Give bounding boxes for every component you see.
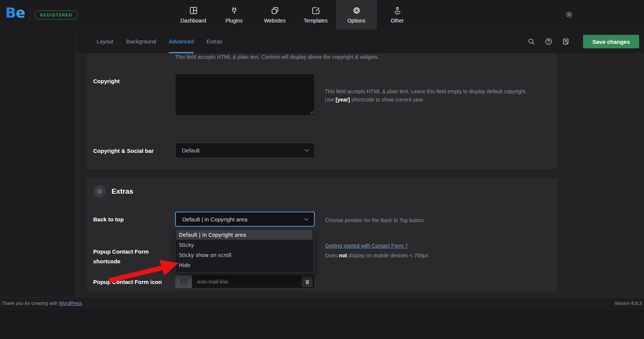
dropdown-option-hide[interactable]: Hide [176,260,312,270]
footer-thanks: Thank you for creating with WordPress. [1,301,83,306]
dropdown-option-sticky-scroll[interactable]: Sticky show on scroll [176,250,312,260]
dropdown-option-sticky[interactable]: Sticky [176,240,312,250]
dropdown-option-default[interactable]: Default | in Copyright area [176,230,312,240]
nav-item-plugins[interactable]: Plugins [214,0,254,30]
tab-layout[interactable]: Layout [97,30,113,53]
logo-divider [30,8,30,22]
search-button[interactable] [528,38,535,45]
nav-label: Plugins [226,18,243,24]
wordpress-link[interactable]: WordPress [59,301,82,306]
light-mode-toggle[interactable] [565,10,573,19]
back-to-top-dropdown: Default | in Copyright area Sticky Stick… [175,228,314,273]
bottom-spacer [0,310,644,339]
year-shortcode: [year] [336,97,350,103]
search-icon [528,38,535,45]
gear-icon [352,6,361,15]
nav-label: Templates [304,18,328,24]
sun-icon [565,10,573,19]
templates-icon [311,6,320,15]
toolbar-actions: Save changes [528,30,639,54]
changelog-icon [562,38,570,45]
be-logo: Be [5,4,25,21]
extras-header: Extras [86,178,558,205]
copyright-help-line2: Use [year] shortcode to show current yea… [325,96,527,104]
nav-label: Websites [264,18,286,24]
version-text: Version 6.8.3 [614,301,642,306]
back-to-top-select[interactable]: Default | in Copyright area [175,212,315,227]
popup-icon-field [175,275,315,288]
dots-grid-icon [97,188,103,194]
websites-icon [271,6,280,15]
popup-shortcode-label: Popup Contact Form shortcode [93,247,149,266]
mail-icon [180,279,187,284]
admin-footer: Thank you for creating with WordPress. V… [0,297,644,310]
betheme-options-screen: Be REGISTERED Dashboard Plugins Websites… [0,0,644,339]
copyright-field [175,74,315,116]
extras-panel: Extras Back to top Default | in Copyrigh… [86,178,558,292]
nav-label: Other [391,18,404,24]
contact-form-7-link[interactable]: Getting started with Contact Form 7 [325,243,408,249]
registered-badge: REGISTERED [35,10,78,19]
chevron-down-icon [304,218,309,221]
copyright-textarea[interactable] [176,74,314,115]
changelog-button[interactable] [562,38,570,45]
social-bar-select-value: Default [182,147,200,154]
nav-item-options[interactable]: Options [336,0,377,30]
popup-icon-input[interactable] [192,278,302,285]
clear-icon-button[interactable] [302,276,312,287]
trash-icon [305,279,310,284]
plug-icon [230,6,239,15]
copyright-panel: This field accepts HTML & plain text. Co… [86,54,558,170]
copyright-label: Copyright [93,78,120,84]
back-to-top-label: Back to top [93,216,124,223]
section-drag-handle[interactable] [93,185,106,198]
popup-shortcode-help: Does not display on mobile devices < 768… [325,251,428,260]
social-bar-select[interactable]: Default [175,143,315,158]
nav-item-templates[interactable]: Templates [295,0,336,30]
nav-item-other[interactable]: Other [377,0,418,30]
copyright-help: This field accepts HTML & plain text. Le… [325,87,527,104]
left-sidebar [0,30,76,297]
nav-label: Options [347,18,365,24]
back-to-top-select-value: Default | in Copyright area [182,216,247,223]
save-changes-button[interactable]: Save changes [583,35,639,48]
help-icon [545,38,552,45]
tab-background[interactable]: Background [126,30,156,53]
copyright-help-line1: This field accepts HTML & plain text. Le… [325,87,527,96]
extras-title: Extras [112,187,133,196]
tab-advanced[interactable]: Advanced [169,30,194,53]
tab-extras[interactable]: Extras [207,30,223,53]
nav-item-dashboard[interactable]: Dashboard [173,0,214,30]
social-bar-label: Copyright & Social bar [93,148,154,154]
mail-icon-preview [176,275,192,288]
nav-label: Dashboard [180,18,206,24]
widgets-help-text: This field accepts HTML & plain text. Co… [175,54,379,60]
hand-person-icon [393,6,402,15]
chevron-down-icon [305,149,309,152]
popup-icon-label: Popup Contact Form icon [93,279,162,285]
main-nav: Dashboard Plugins Websites Templates Opt… [173,0,418,30]
dashboard-icon [189,6,198,15]
back-to-top-help: Choose position for the Back to Top butt… [325,216,424,224]
topbar: Be REGISTERED Dashboard Plugins Websites… [0,0,644,30]
nav-item-websites[interactable]: Websites [254,0,295,30]
help-button[interactable] [545,38,552,45]
